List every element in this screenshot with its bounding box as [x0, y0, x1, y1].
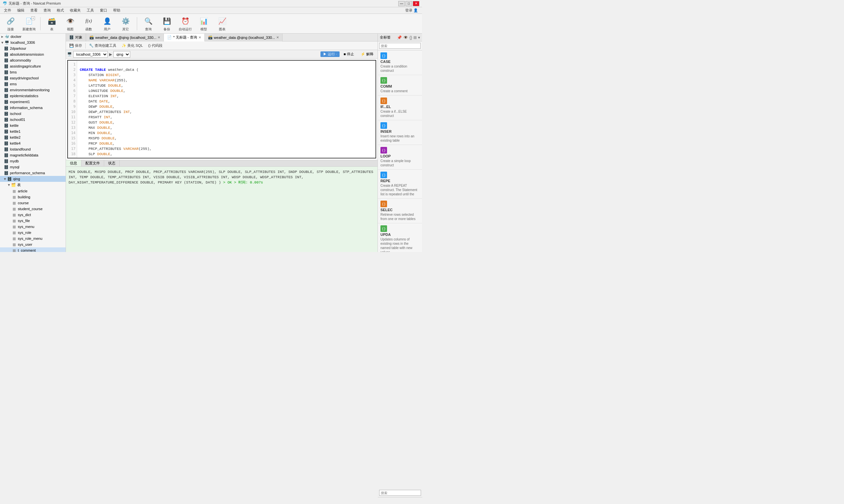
eye-icon[interactable]: 👁️	[403, 35, 408, 40]
db-icon: 🗄️	[4, 100, 8, 104]
sidebar-item-allcommodity[interactable]: 🗄️ allcommodity	[0, 57, 66, 63]
expand-icon[interactable]: ⊞	[413, 35, 417, 40]
tab-untitled-query[interactable]: 📄 * 无标题 - 查询 ✕	[164, 34, 204, 41]
menu-file[interactable]: 文件	[1, 7, 14, 13]
tab-weather-data-2[interactable]: 🗃️ weather_data @qing (localhost_330... …	[205, 34, 282, 41]
toolbar-query[interactable]: 🔍 查询	[140, 15, 156, 32]
run-button[interactable]: ▶ 运行 ·	[321, 51, 340, 57]
search-input[interactable]	[379, 43, 421, 49]
sidebar-item-kettle4[interactable]: 🗄️ kettle4	[0, 140, 66, 146]
sidebar-item-lostandfound[interactable]: 🗄️ lostandfound	[0, 146, 66, 152]
sidebar-item-course[interactable]: ▦ course	[0, 200, 66, 206]
sidebar-item-kettle[interactable]: 🗄️ kettle	[0, 123, 66, 128]
sidebar-item-localhost[interactable]: ▶ 🖥️ localhost_3306	[0, 39, 66, 46]
sidebar-item-sys_role[interactable]: ▦ sys_role	[0, 230, 66, 236]
snippet-case[interactable]: {} CASE Create a condition construct	[378, 50, 422, 75]
sidebar-item-information_schema[interactable]: 🗄️ information_schema	[0, 105, 66, 111]
sidebar-item-environmentalmonitoring[interactable]: 🗄️ environmentalmonitoring	[0, 87, 66, 93]
right-search[interactable]	[378, 41, 422, 50]
snippet-update[interactable]: {} UPDA Updates columns of existing rows…	[378, 223, 422, 252]
bottom-tab-info[interactable]: 信息	[66, 160, 82, 166]
app-icon: 🐬	[3, 1, 7, 5]
menu-tools[interactable]: 工具	[84, 7, 97, 13]
tab-close-icon[interactable]: ✕	[199, 36, 201, 39]
sidebar-item-docker[interactable]: ▶ 🐳 docker	[0, 34, 66, 39]
sidebar-item-performance_schema[interactable]: 🗄️ performance_schema	[0, 170, 66, 176]
toolbar-view[interactable]: 👁️ 视图	[62, 15, 78, 32]
sidebar-item-ems[interactable]: 🗄️ ems	[0, 81, 66, 87]
query-builder-button[interactable]: 🔧 查询创建工具	[87, 43, 118, 49]
snippet-loop[interactable]: {} LOOP Create a simple loop construct	[378, 145, 422, 170]
sidebar-item-mydb[interactable]: 🗄️ mydb	[0, 158, 66, 164]
sidebar-item-sys_user[interactable]: ▦ sys_user	[0, 241, 66, 247]
sidebar-item-student_course[interactable]: ▦ student_course	[0, 206, 66, 212]
menu-query[interactable]: 查询	[41, 7, 53, 13]
explain-button[interactable]: ⚡ 解释	[358, 51, 376, 57]
database-select[interactable]: qing	[114, 51, 130, 58]
code-editor[interactable]: CREATE TABLE weather_data ( STATION BIGI…	[77, 60, 376, 158]
snippet-insert[interactable]: {} INSER Insert new rows into an existin…	[378, 120, 422, 145]
save-button[interactable]: 💾 保存	[67, 43, 84, 49]
toolbar-connect[interactable]: 🔗 连接	[3, 15, 18, 32]
sidebar-item-tables-folder[interactable]: ▶ 🗂️ 表	[0, 182, 66, 188]
stop-button[interactable]: ■ 停止	[341, 51, 357, 57]
snippet-repeat[interactable]: {} REPE Create A REPEAT construct. The S…	[378, 170, 422, 199]
sidebar-item-epidemicstatistics[interactable]: 🗄️ epidemicstatistics	[0, 93, 66, 99]
connection-select[interactable]: localhost_3306	[73, 51, 108, 58]
tab-close-icon[interactable]: ✕	[276, 36, 279, 39]
beautify-sql-button[interactable]: ✨ 美化 SQL	[120, 43, 145, 49]
toolbar-new-query[interactable]: 📄+ 新建查询	[21, 15, 37, 32]
toolbar-table[interactable]: 🗃️ 表	[44, 15, 60, 32]
menu-view[interactable]: 查看	[28, 7, 40, 13]
menu-window[interactable]: 窗口	[97, 7, 110, 13]
sidebar-item-ischool01[interactable]: 🗄️ ischool01	[0, 116, 66, 123]
sidebar-item-sys_role_menu[interactable]: ▦ sys_role_menu	[0, 236, 66, 241]
window-controls[interactable]: — □ ✕	[398, 1, 419, 6]
sidebar-item-mysql[interactable]: 🗄️ mysql	[0, 164, 66, 170]
toolbar-other[interactable]: ⚙️ 其它	[118, 15, 134, 32]
code-snippet-button[interactable]: () 代码段	[146, 43, 164, 49]
sidebar-item-absolutetransmission[interactable]: 🗄️ absolutetransmission	[0, 51, 66, 57]
toolbar-autorun[interactable]: ⏰ 自动运行	[177, 15, 193, 32]
sidebar-item-t_comment[interactable]: ▦ t_comment	[0, 247, 66, 252]
menu-format[interactable]: 格式	[54, 7, 67, 13]
menu-help[interactable]: 帮助	[110, 7, 123, 13]
maximize-button[interactable]: □	[406, 1, 412, 6]
sidebar-item-assistingagriculture[interactable]: 🗄️ assistingagriculture	[0, 63, 66, 69]
snippet-select[interactable]: {} SELEC Retrieve rows selected from one…	[378, 199, 422, 223]
sidebar-item-qing[interactable]: ▶ 🗄️ qing	[0, 176, 66, 182]
toolbar-chart[interactable]: 📈 图表	[214, 15, 230, 32]
tab-objects[interactable]: 🗄️ 对象	[66, 34, 86, 41]
sidebar-item-kettle1[interactable]: 🗄️ kettle1	[0, 128, 66, 134]
pin-icon[interactable]: 📌	[397, 35, 402, 40]
sidebar-item-experiment1[interactable]: 🗄️ experiment1	[0, 99, 66, 105]
menu-favorites[interactable]: 收藏夹	[67, 7, 83, 13]
sidebar-item-sys_dict[interactable]: ▦ sys_dict	[0, 212, 66, 218]
sidebar-item-ischool[interactable]: 🗄️ ischool	[0, 111, 66, 116]
chevron-icon[interactable]: ▾	[418, 35, 420, 40]
login-button[interactable]: 登录 👤	[402, 7, 421, 13]
snippet-comm[interactable]: {} COMM Create a comment	[378, 75, 422, 95]
tab-close-icon[interactable]: ✕	[158, 36, 160, 39]
close-button[interactable]: ✕	[413, 1, 419, 6]
sidebar-item-sys_menu[interactable]: ▦ sys_menu	[0, 224, 66, 230]
sidebar-item-building[interactable]: ▦ building	[0, 194, 66, 200]
minimize-button[interactable]: —	[398, 1, 405, 6]
menu-edit[interactable]: 编辑	[15, 7, 27, 13]
sidebar-item-2dparkour[interactable]: 🗄️ 2dparkour	[0, 46, 66, 51]
tab-weather-data-1[interactable]: 🗃️ weather_data @qing (localhost_330... …	[86, 34, 164, 41]
toolbar-backup[interactable]: 💾 备份	[159, 15, 175, 32]
toolbar-user[interactable]: 👤 用户	[99, 15, 115, 32]
bottom-tab-status[interactable]: 状态	[104, 160, 120, 166]
braces-icon[interactable]: {}	[410, 35, 412, 40]
toolbar-function[interactable]: f(x) 函数	[81, 15, 97, 32]
toolbar-model[interactable]: 📊 模型	[196, 15, 212, 32]
sidebar-item-article[interactable]: ▦ article	[0, 188, 66, 194]
sidebar-item-sys_file[interactable]: ▦ sys_file	[0, 218, 66, 224]
bottom-tab-config[interactable]: 配置文件	[82, 160, 104, 166]
snippet-if-else[interactable]: {} IF...EL Create a if...ELSE construct	[378, 95, 422, 120]
sidebar-item-magneticfielddata[interactable]: 🗄️ magneticfielddata	[0, 152, 66, 158]
sidebar-item-kettle2[interactable]: 🗄️ kettle2	[0, 134, 66, 140]
sidebar-item-easydrivingschool[interactable]: 🗄️ easydrivingschool	[0, 75, 66, 81]
sidebar-item-bms[interactable]: 🗄️ bms	[0, 69, 66, 75]
